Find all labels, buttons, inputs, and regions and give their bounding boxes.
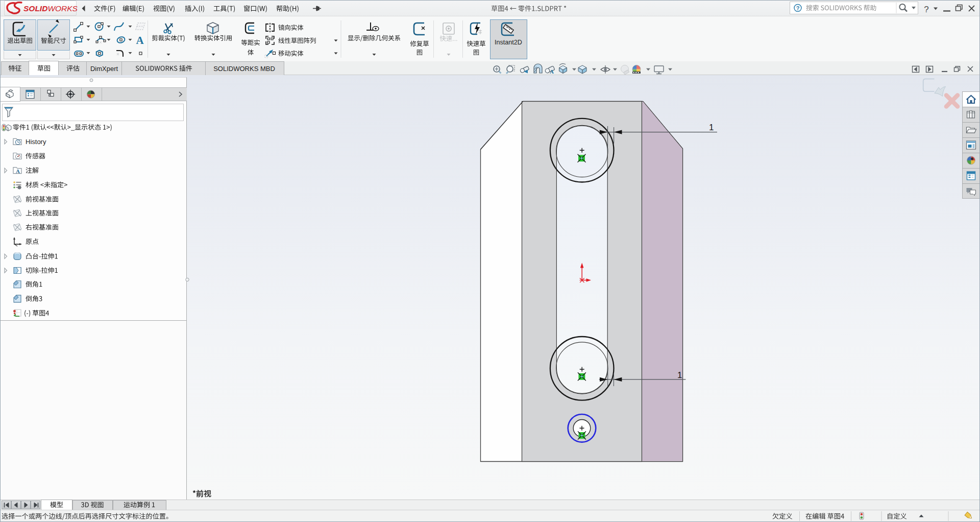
- svg-text:SOLIDWORKS: SOLIDWORKS: [23, 4, 78, 13]
- svg-text:1: 1: [677, 370, 682, 380]
- svg-text:1: 1: [709, 123, 714, 132]
- svg-text:?: ?: [924, 5, 928, 14]
- svg-text:History: History: [26, 138, 46, 146]
- svg-text:A: A: [550, 68, 554, 75]
- svg-text:Instant2D: Instant2D: [495, 39, 522, 46]
- svg-text:?: ?: [796, 5, 800, 11]
- svg-text:DimXpert: DimXpert: [90, 65, 118, 73]
- svg-text:SOLIDWORKS MBD: SOLIDWORKS MBD: [213, 65, 275, 73]
- svg-text:A: A: [136, 34, 144, 46]
- svg-text:A: A: [16, 168, 20, 174]
